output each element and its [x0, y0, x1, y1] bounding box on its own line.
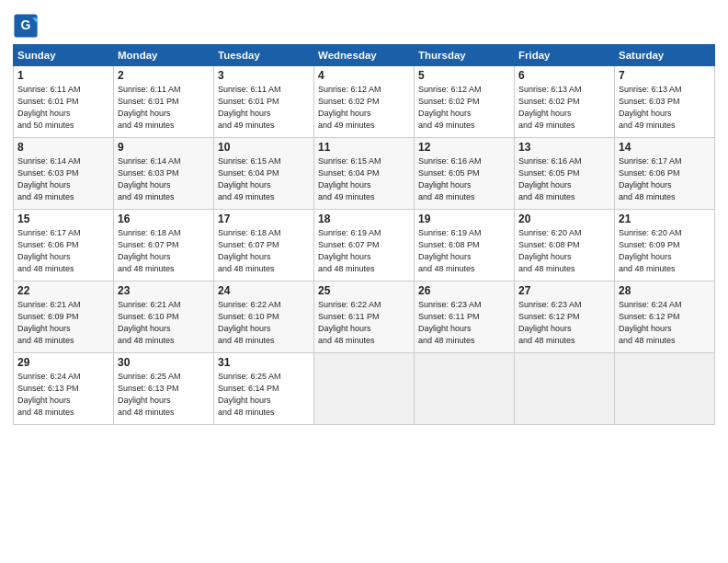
calendar-cell: 13Sunrise: 6:16 AMSunset: 6:05 PMDayligh…	[515, 138, 615, 210]
calendar-week-0: 1Sunrise: 6:11 AMSunset: 6:01 PMDaylight…	[14, 66, 715, 138]
day-number: 4	[318, 69, 410, 82]
calendar-cell: 2Sunrise: 6:11 AMSunset: 6:01 PMDaylight…	[114, 66, 214, 138]
day-info: Sunrise: 6:11 AMSunset: 6:01 PMDaylight …	[218, 84, 310, 132]
day-number: 31	[218, 356, 310, 369]
col-header-wednesday: Wednesday	[314, 45, 415, 66]
calendar-cell: 26Sunrise: 6:23 AMSunset: 6:11 PMDayligh…	[415, 282, 515, 353]
day-info: Sunrise: 6:18 AMSunset: 6:07 PMDaylight …	[218, 227, 310, 275]
day-info: Sunrise: 6:22 AMSunset: 6:11 PMDaylight …	[318, 299, 410, 347]
calendar-cell: 8Sunrise: 6:14 AMSunset: 6:03 PMDaylight…	[14, 138, 114, 210]
day-number: 9	[118, 141, 210, 154]
col-header-friday: Friday	[515, 45, 615, 66]
day-number: 17	[218, 213, 310, 225]
calendar-cell: 29Sunrise: 6:24 AMSunset: 6:13 PMDayligh…	[14, 353, 114, 425]
day-number: 14	[619, 141, 711, 154]
col-header-sunday: Sunday	[14, 45, 114, 66]
calendar-cell: 10Sunrise: 6:15 AMSunset: 6:04 PMDayligh…	[214, 138, 314, 210]
day-info: Sunrise: 6:23 AMSunset: 6:12 PMDaylight …	[518, 299, 610, 347]
day-info: Sunrise: 6:14 AMSunset: 6:03 PMDaylight …	[17, 155, 109, 203]
day-number: 23	[118, 284, 210, 297]
day-info: Sunrise: 6:16 AMSunset: 6:05 PMDaylight …	[418, 155, 510, 203]
col-header-saturday: Saturday	[615, 45, 715, 66]
day-number: 30	[118, 356, 210, 369]
calendar-cell: 5Sunrise: 6:12 AMSunset: 6:02 PMDaylight…	[415, 66, 515, 138]
calendar-cell	[515, 353, 615, 425]
calendar-cell: 24Sunrise: 6:22 AMSunset: 6:10 PMDayligh…	[214, 282, 314, 353]
calendar-cell	[615, 353, 715, 425]
day-number: 19	[418, 213, 510, 225]
day-info: Sunrise: 6:17 AMSunset: 6:06 PMDaylight …	[17, 227, 109, 275]
day-number: 27	[518, 284, 610, 297]
calendar-week-3: 22Sunrise: 6:21 AMSunset: 6:09 PMDayligh…	[14, 282, 715, 353]
day-info: Sunrise: 6:25 AMSunset: 6:14 PMDaylight …	[218, 371, 310, 419]
calendar-header-row: SundayMondayTuesdayWednesdayThursdayFrid…	[14, 45, 715, 66]
day-number: 16	[118, 213, 210, 225]
day-number: 13	[518, 141, 610, 154]
day-number: 28	[619, 284, 711, 297]
calendar-cell: 7Sunrise: 6:13 AMSunset: 6:03 PMDaylight…	[615, 66, 715, 138]
day-info: Sunrise: 6:15 AMSunset: 6:04 PMDaylight …	[218, 155, 310, 203]
calendar-cell	[415, 353, 515, 425]
calendar-table: SundayMondayTuesdayWednesdayThursdayFrid…	[13, 44, 715, 425]
calendar-cell: 20Sunrise: 6:20 AMSunset: 6:08 PMDayligh…	[515, 210, 615, 282]
day-number: 20	[518, 213, 610, 225]
col-header-thursday: Thursday	[415, 45, 515, 66]
day-number: 22	[17, 284, 109, 297]
day-info: Sunrise: 6:12 AMSunset: 6:02 PMDaylight …	[418, 84, 510, 132]
day-number: 6	[518, 69, 610, 82]
day-info: Sunrise: 6:16 AMSunset: 6:05 PMDaylight …	[518, 155, 610, 203]
calendar-cell: 18Sunrise: 6:19 AMSunset: 6:07 PMDayligh…	[314, 210, 415, 282]
day-info: Sunrise: 6:18 AMSunset: 6:07 PMDaylight …	[118, 227, 210, 275]
calendar-cell: 9Sunrise: 6:14 AMSunset: 6:03 PMDaylight…	[114, 138, 214, 210]
day-info: Sunrise: 6:13 AMSunset: 6:02 PMDaylight …	[518, 84, 610, 132]
day-number: 11	[318, 141, 410, 154]
day-number: 1	[17, 69, 109, 82]
calendar-cell: 23Sunrise: 6:21 AMSunset: 6:10 PMDayligh…	[114, 282, 214, 353]
day-number: 18	[318, 213, 410, 225]
day-number: 15	[17, 213, 109, 225]
day-info: Sunrise: 6:22 AMSunset: 6:10 PMDaylight …	[218, 299, 310, 347]
day-info: Sunrise: 6:21 AMSunset: 6:09 PMDaylight …	[17, 299, 109, 347]
calendar-cell: 21Sunrise: 6:20 AMSunset: 6:09 PMDayligh…	[615, 210, 715, 282]
calendar-cell: 30Sunrise: 6:25 AMSunset: 6:13 PMDayligh…	[114, 353, 214, 425]
calendar-cell: 27Sunrise: 6:23 AMSunset: 6:12 PMDayligh…	[515, 282, 615, 353]
svg-text:G: G	[21, 17, 31, 32]
day-info: Sunrise: 6:19 AMSunset: 6:07 PMDaylight …	[318, 227, 410, 275]
day-info: Sunrise: 6:24 AMSunset: 6:13 PMDaylight …	[17, 371, 109, 419]
day-number: 8	[17, 141, 109, 154]
logo-icon: G	[13, 13, 39, 39]
day-info: Sunrise: 6:11 AMSunset: 6:01 PMDaylight …	[17, 84, 109, 132]
day-info: Sunrise: 6:20 AMSunset: 6:09 PMDaylight …	[619, 227, 711, 275]
day-info: Sunrise: 6:21 AMSunset: 6:10 PMDaylight …	[118, 299, 210, 347]
col-header-tuesday: Tuesday	[214, 45, 314, 66]
day-info: Sunrise: 6:24 AMSunset: 6:12 PMDaylight …	[619, 299, 711, 347]
calendar-cell: 6Sunrise: 6:13 AMSunset: 6:02 PMDaylight…	[515, 66, 615, 138]
calendar-cell: 22Sunrise: 6:21 AMSunset: 6:09 PMDayligh…	[14, 282, 114, 353]
calendar-cell: 11Sunrise: 6:15 AMSunset: 6:04 PMDayligh…	[314, 138, 415, 210]
calendar-cell: 31Sunrise: 6:25 AMSunset: 6:14 PMDayligh…	[214, 353, 314, 425]
day-number: 24	[218, 284, 310, 297]
day-info: Sunrise: 6:17 AMSunset: 6:06 PMDaylight …	[619, 155, 711, 203]
calendar-cell: 4Sunrise: 6:12 AMSunset: 6:02 PMDaylight…	[314, 66, 415, 138]
day-info: Sunrise: 6:19 AMSunset: 6:08 PMDaylight …	[418, 227, 510, 275]
day-number: 5	[418, 69, 510, 82]
calendar-cell: 3Sunrise: 6:11 AMSunset: 6:01 PMDaylight…	[214, 66, 314, 138]
day-info: Sunrise: 6:12 AMSunset: 6:02 PMDaylight …	[318, 84, 410, 132]
day-info: Sunrise: 6:20 AMSunset: 6:08 PMDaylight …	[518, 227, 610, 275]
day-number: 21	[619, 213, 711, 225]
day-number: 29	[17, 356, 109, 369]
day-info: Sunrise: 6:25 AMSunset: 6:13 PMDaylight …	[118, 371, 210, 419]
day-number: 2	[118, 69, 210, 82]
calendar-cell: 19Sunrise: 6:19 AMSunset: 6:08 PMDayligh…	[415, 210, 515, 282]
calendar-week-4: 29Sunrise: 6:24 AMSunset: 6:13 PMDayligh…	[14, 353, 715, 425]
calendar-cell: 14Sunrise: 6:17 AMSunset: 6:06 PMDayligh…	[615, 138, 715, 210]
calendar-cell	[314, 353, 415, 425]
day-number: 7	[619, 69, 711, 82]
day-info: Sunrise: 6:13 AMSunset: 6:03 PMDaylight …	[619, 84, 711, 132]
day-info: Sunrise: 6:11 AMSunset: 6:01 PMDaylight …	[118, 84, 210, 132]
calendar-week-1: 8Sunrise: 6:14 AMSunset: 6:03 PMDaylight…	[14, 138, 715, 210]
calendar-cell: 25Sunrise: 6:22 AMSunset: 6:11 PMDayligh…	[314, 282, 415, 353]
logo: G	[13, 13, 40, 39]
day-number: 10	[218, 141, 310, 154]
day-number: 25	[318, 284, 410, 297]
